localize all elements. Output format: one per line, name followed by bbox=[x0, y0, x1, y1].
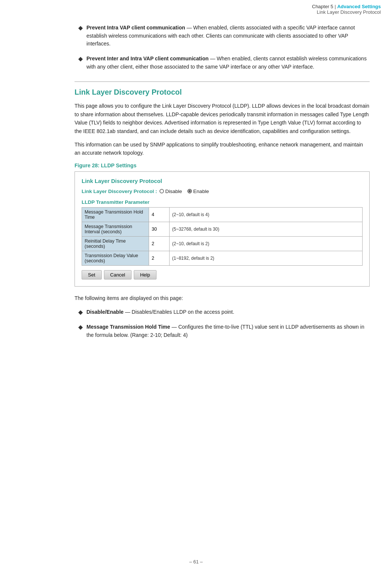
radio-enable-circle[interactable] bbox=[187, 189, 192, 193]
bullet-text-1: Prevent Intra VAP client communication —… bbox=[86, 24, 370, 48]
following-items-intro: The following items are displayed on thi… bbox=[75, 294, 370, 302]
param-name-0: Message Transmission Hold Time bbox=[82, 207, 149, 222]
lldp-protocol-row: Link Layer Discovery Protocol : Disable … bbox=[82, 189, 363, 194]
param-value-0[interactable] bbox=[149, 207, 170, 222]
radio-disable-circle[interactable] bbox=[159, 189, 164, 193]
param-hint-0: (2~10, default is 4) bbox=[170, 207, 363, 222]
set-button[interactable]: Set bbox=[82, 270, 102, 279]
param-name-3: Transmission Delay Value (seconds) bbox=[82, 251, 149, 265]
help-button[interactable]: Help bbox=[134, 270, 157, 279]
param-row-3: Transmission Delay Value (seconds) (1~81… bbox=[82, 251, 363, 265]
params-table: Message Transmission Hold Time (2~10, de… bbox=[82, 207, 363, 266]
bullet-section-bottom: ◆ Disable/Enable — Disables/Enables LLDP… bbox=[75, 308, 370, 339]
radio-disable-label: Disable bbox=[165, 189, 182, 194]
param-hint-3: (1~8192, default is 2) bbox=[170, 251, 363, 265]
figure-box: Link Layer Discovery Protocol Link Layer… bbox=[75, 171, 370, 287]
diamond-icon-3: ◆ bbox=[78, 309, 83, 316]
section-heading: Link Layer Discovery Protocol bbox=[75, 88, 370, 97]
bullet-term-1: Prevent Intra VAP client communication bbox=[86, 25, 185, 31]
diamond-icon-2: ◆ bbox=[78, 55, 83, 62]
chapter-label: Chapter 5 bbox=[312, 4, 333, 9]
section-intro-2: This information can be used by SNMP app… bbox=[75, 140, 370, 157]
subsection-title: Link Layer Discovery Protocol bbox=[317, 9, 381, 15]
cancel-button[interactable]: Cancel bbox=[104, 270, 132, 279]
button-row: Set Cancel Help bbox=[82, 270, 363, 279]
bullet-text-4: Message Transmission Hold Time — Configu… bbox=[86, 323, 370, 339]
section-title: Advanced Settings bbox=[337, 4, 381, 9]
bullet-text-3: Disable/Enable — Disables/Enables LLDP o… bbox=[86, 308, 234, 316]
radio-group[interactable]: Disable Enable bbox=[159, 189, 209, 194]
param-row-1: Message Transmission Interval (seconds) … bbox=[82, 222, 363, 236]
figure-label: Figure 28: LLDP Settings bbox=[75, 162, 370, 168]
param-row-0: Message Transmission Hold Time (2~10, de… bbox=[82, 207, 363, 222]
param-name-2: Reinitial Delay Time (seconds) bbox=[82, 236, 149, 251]
bullet-term-2: Prevent Inter and Intra VAP client commu… bbox=[86, 56, 209, 61]
radio-enable-label: Enable bbox=[193, 189, 209, 194]
protocol-label: Link Layer Discovery Protocol : bbox=[82, 189, 157, 194]
radio-enable-option[interactable]: Enable bbox=[187, 189, 209, 194]
param-hint-2: (2~10, default is 2) bbox=[170, 236, 363, 251]
param-value-2[interactable] bbox=[149, 236, 170, 251]
bullet-item-1: ◆ Prevent Intra VAP client communication… bbox=[75, 24, 370, 48]
bullet-item-2: ◆ Prevent Inter and Intra VAP client com… bbox=[75, 55, 370, 71]
param-hint-1: (5~32768, default is 30) bbox=[170, 222, 363, 236]
bullet-section-top: ◆ Prevent Intra VAP client communication… bbox=[75, 24, 370, 71]
section-intro-1: This page allows you to configure the Li… bbox=[75, 102, 370, 135]
bullet-term-4: Message Transmission Hold Time bbox=[86, 324, 170, 330]
bullet-item-4: ◆ Message Transmission Hold Time — Confi… bbox=[75, 323, 370, 339]
radio-disable-option[interactable]: Disable bbox=[159, 189, 182, 194]
figure-box-title: Link Layer Discovery Protocol bbox=[82, 178, 363, 184]
page-footer: – 61 – bbox=[0, 559, 392, 565]
page-header: Chapter 5 | Advanced Settings Link Layer… bbox=[0, 0, 392, 16]
transmitter-heading: LLDP Transmitter Parameter bbox=[82, 199, 363, 205]
diamond-icon-1: ◆ bbox=[78, 24, 83, 31]
section-divider bbox=[75, 81, 370, 82]
param-value-3[interactable] bbox=[149, 251, 170, 265]
param-row-2: Reinitial Delay Time (seconds) (2~10, de… bbox=[82, 236, 363, 251]
bullet-term-3: Disable/Enable bbox=[86, 309, 124, 315]
diamond-icon-4: ◆ bbox=[78, 323, 83, 331]
bullet-rest-3: — Disables/Enables LLDP on the access po… bbox=[124, 309, 234, 315]
bullet-text-2: Prevent Inter and Intra VAP client commu… bbox=[86, 55, 370, 71]
main-content: ◆ Prevent Intra VAP client communication… bbox=[0, 16, 392, 354]
param-value-1[interactable] bbox=[149, 222, 170, 236]
param-name-1: Message Transmission Interval (seconds) bbox=[82, 222, 149, 236]
pipe-separator: | bbox=[335, 4, 337, 9]
bullet-item-3: ◆ Disable/Enable — Disables/Enables LLDP… bbox=[75, 308, 370, 316]
